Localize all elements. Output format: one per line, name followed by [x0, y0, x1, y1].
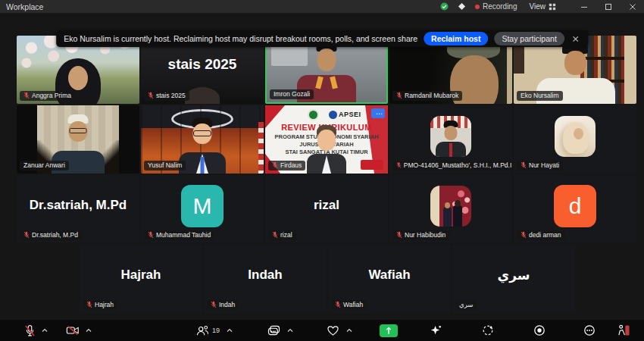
- reclaim-host-button[interactable]: Reclaim host: [424, 32, 488, 45]
- grid-view-icon: [549, 3, 556, 11]
- display-name-text: Dr.satriah, M.Pd: [17, 198, 139, 213]
- participant-tile-nur-hayati[interactable]: Nur Hayati: [514, 105, 636, 174]
- chat-icon: [267, 325, 280, 336]
- participants-icon: [196, 325, 209, 336]
- leave-button[interactable]: [613, 323, 633, 338]
- close-icon: [572, 36, 579, 42]
- display-name-text: Indah: [204, 267, 327, 283]
- mic-options-caret[interactable]: [40, 327, 49, 334]
- participant-name: Anggra Prima: [32, 92, 71, 99]
- person-silhouette: [185, 87, 220, 104]
- participant-tile-mustatho[interactable]: PMO-41406_Mustatho', S.H.I., M.Pd.I: [389, 105, 512, 174]
- breakout-rooms-button[interactable]: [479, 323, 497, 338]
- breakout-rooms-icon: [482, 324, 494, 336]
- name-tag: Anggra Prima: [20, 91, 75, 101]
- participants-caret[interactable]: [225, 327, 234, 334]
- apsei-logo-text: APSEI: [339, 111, 361, 118]
- participant-name: Dr.satriah, M.Pd: [32, 231, 78, 239]
- mic-muted-icon: [396, 92, 402, 99]
- name-tag: Nur Habibudin: [392, 230, 449, 240]
- chat-button[interactable]: [264, 324, 283, 338]
- participant-tile-dr-satriah[interactable]: Dr.satriah, M.Pd Dr.satriah, M.Pd: [17, 175, 139, 243]
- recording-dot-icon: [475, 5, 480, 9]
- host-notification-message: Eko Nursalim is currently host. Reclaimi…: [64, 34, 417, 43]
- participant-name: Wafiah: [343, 301, 363, 308]
- participant-tile-rizal[interactable]: rizal rizal: [265, 175, 388, 243]
- participant-tile-firdaus[interactable]: APSEI REVIEW KURIKULUM PROGRAM STUDI EKO…: [265, 105, 388, 174]
- display-name-text: Wafiah: [328, 267, 451, 283]
- ai-companion-button[interactable]: [427, 323, 445, 339]
- mic-muted-icon: [23, 231, 30, 239]
- participant-tile-wafiah[interactable]: Wafiah Wafiah: [328, 245, 451, 313]
- participant-name: Ramdanil Mubarok: [405, 92, 458, 99]
- participant-name: Yusuf Nalim: [148, 161, 182, 169]
- chat-caret[interactable]: [286, 327, 295, 334]
- more-button[interactable]: [580, 323, 599, 338]
- participant-name: Hajrah: [95, 301, 114, 308]
- host-notification-banner: Eko Nursalim is currently host. Reclaimi…: [56, 30, 588, 47]
- name-tag: Imron Gozali: [270, 89, 314, 99]
- background-detail: [258, 122, 264, 174]
- video-button[interactable]: [63, 324, 83, 337]
- heart-icon: [327, 325, 339, 336]
- name-tag: PMO-41406_Mustatho', S.H.I., M.Pd.I: [392, 161, 512, 170]
- avatar: [430, 116, 471, 157]
- maximize-button[interactable]: [603, 2, 614, 12]
- minimize-button[interactable]: [579, 2, 589, 12]
- name-tag: stais 2025: [144, 91, 189, 101]
- mic-muted-icon: [396, 231, 402, 239]
- participant-tile-dedi-arman[interactable]: d dedi arman: [514, 175, 636, 243]
- mute-button[interactable]: [21, 323, 39, 339]
- mic-muted-icon: [24, 324, 36, 337]
- mic-muted-icon: [23, 92, 30, 99]
- record-icon: [533, 324, 546, 336]
- display-name-text: rizal: [265, 198, 388, 213]
- apsei-logo-icon: [329, 111, 337, 119]
- avatar: d: [554, 185, 596, 227]
- network-quality-icon[interactable]: [458, 2, 466, 11]
- name-tag: Ramdanil Mubarok: [392, 91, 462, 101]
- share-screen-button[interactable]: [380, 324, 398, 337]
- banner-close-button[interactable]: [571, 36, 580, 42]
- participant-tile-yusuf-nalim[interactable]: Yusuf Nalim: [141, 105, 264, 174]
- participants-button[interactable]: 19: [193, 324, 223, 338]
- view-label: View: [530, 2, 546, 11]
- participant-tile-indah[interactable]: Indah Indah: [204, 245, 327, 313]
- reactions-button[interactable]: [324, 324, 342, 338]
- close-button[interactable]: [627, 2, 638, 12]
- record-button[interactable]: [530, 323, 549, 338]
- tile-more-button[interactable]: ⋯: [371, 108, 385, 118]
- mic-muted-icon: [521, 231, 527, 239]
- participant-tile-zanuar-anwari[interactable]: Zanuar Anwari: [17, 105, 139, 174]
- person-face: [564, 51, 586, 75]
- view-button[interactable]: View: [527, 1, 560, 12]
- recording-indicator: Recording: [475, 2, 517, 11]
- video-options-caret[interactable]: [84, 327, 93, 334]
- video-grid: Anggra Prima stais 2025 stais 2025: [17, 36, 638, 313]
- name-tag: Zanuar Anwari: [20, 161, 69, 170]
- avatar: [430, 186, 471, 227]
- participant-name: rizal: [280, 231, 292, 239]
- mic-muted-icon: [272, 161, 278, 169]
- name-tag: Wafiah: [331, 300, 367, 310]
- avatar: M: [181, 185, 224, 227]
- participant-tile-sari[interactable]: سري سري: [452, 245, 575, 313]
- mic-muted-icon: [148, 231, 154, 239]
- leave-meeting-icon: [616, 324, 630, 336]
- name-tag: Firdaus: [268, 161, 305, 170]
- name-tag: Nur Hayati: [517, 161, 563, 170]
- reactions-caret[interactable]: [345, 327, 354, 334]
- mic-muted-icon: [86, 301, 92, 308]
- participant-tile-hajrah[interactable]: Hajrah Hajrah: [80, 245, 202, 313]
- mic-muted-icon: [148, 92, 154, 99]
- name-tag: Yusuf Nalim: [144, 161, 186, 170]
- participant-name: Imron Gozali: [274, 90, 310, 98]
- participant-name: Nur Habibudin: [405, 231, 445, 239]
- participant-tile-nur-habibudin[interactable]: Nur Habibudin: [389, 175, 512, 243]
- chevron-up-icon: [287, 328, 293, 333]
- participant-tile-muhammad-tauhid[interactable]: M Muhammad Tauhid: [141, 175, 264, 243]
- name-tag: rizal: [268, 230, 296, 240]
- encryption-icon[interactable]: [440, 2, 449, 11]
- camera-muted-icon: [66, 325, 80, 336]
- stay-participant-button[interactable]: Stay participant: [494, 32, 564, 45]
